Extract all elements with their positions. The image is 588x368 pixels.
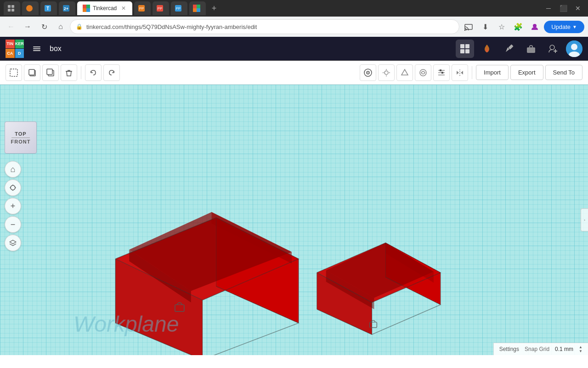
- shape-button[interactable]: [396, 64, 413, 81]
- back-button[interactable]: ←: [4, 19, 18, 34]
- reload-button[interactable]: ↻: [37, 19, 51, 34]
- home-view-button[interactable]: ⌂: [5, 161, 21, 178]
- view-cube-top: TOP: [15, 131, 26, 137]
- extension-button[interactable]: 🧩: [511, 19, 526, 34]
- fit-view-button[interactable]: [5, 179, 21, 196]
- svg-point-65: [11, 185, 15, 190]
- svg-rect-19: [193, 5, 197, 8]
- svg-point-25: [533, 24, 537, 28]
- zoom-in-button[interactable]: +: [5, 198, 21, 214]
- address-bar[interactable]: 🔒 tinkercad.com/things/5Q79DdNsASw-might…: [70, 19, 459, 34]
- nav-bar: ← → ↻ ⌂ 🔒 tinkercad.com/things/5Q79DdNsA…: [0, 17, 588, 37]
- delete-button[interactable]: [61, 64, 77, 81]
- undo-icon: [89, 69, 97, 77]
- export-button[interactable]: Export: [510, 65, 543, 80]
- browser-chrome: T 2+ Tinkercad ✕ PP PP PP: [0, 0, 588, 37]
- project-title: box: [50, 45, 450, 53]
- add-user-button[interactable]: [544, 40, 562, 58]
- tab9-icon: [193, 5, 200, 12]
- tab-close[interactable]: ✕: [121, 5, 126, 12]
- svg-point-49: [368, 72, 368, 73]
- download-button[interactable]: ⬇: [478, 19, 492, 34]
- snap-arrows[interactable]: ▲ ▼: [579, 345, 582, 353]
- view-cube-divider: [11, 138, 30, 138]
- svg-marker-63: [457, 71, 459, 75]
- tab-bar-minimize[interactable]: ─: [542, 2, 555, 15]
- svg-text:PP: PP: [176, 6, 181, 11]
- duplicate-button[interactable]: [42, 64, 59, 81]
- layers-button[interactable]: [5, 235, 21, 251]
- undo-button[interactable]: [85, 64, 102, 81]
- home-button[interactable]: ⌂: [53, 19, 68, 34]
- tab-8[interactable]: PP: [171, 1, 187, 15]
- svg-rect-61: [441, 72, 443, 74]
- copy-button[interactable]: [24, 64, 40, 81]
- forward-button[interactable]: →: [20, 19, 35, 34]
- snap-down-arrow: ▼: [579, 349, 582, 353]
- sendto-button[interactable]: Send To: [545, 65, 582, 80]
- user-avatar[interactable]: [566, 40, 582, 57]
- svg-rect-10: [86, 5, 90, 8]
- bookmark-button[interactable]: ☆: [494, 19, 509, 34]
- svg-rect-0: [8, 5, 11, 8]
- svg-rect-30: [465, 44, 469, 48]
- cast-button[interactable]: [461, 19, 476, 34]
- new-tab-button[interactable]: +: [208, 2, 220, 15]
- layers-icon: [9, 239, 17, 247]
- tab-4[interactable]: 2+: [59, 1, 75, 15]
- update-button[interactable]: Update ▼: [544, 21, 584, 33]
- logo-ca: CA: [6, 49, 15, 58]
- tab-tinkercad[interactable]: Tinkercad ✕: [77, 1, 132, 15]
- chevron-right-icon: ›: [584, 218, 585, 222]
- tab2-icon: [26, 5, 33, 12]
- fire-button[interactable]: [478, 40, 496, 58]
- svg-text:PP: PP: [139, 6, 144, 11]
- settings-button[interactable]: Settings: [499, 346, 519, 352]
- circuit-button[interactable]: [415, 64, 431, 81]
- tab-2[interactable]: [22, 1, 39, 15]
- svg-rect-31: [460, 49, 464, 53]
- tab-bar-expand[interactable]: ⬛: [557, 2, 570, 15]
- snap-grid-label: Snap Grid: [525, 346, 549, 352]
- redo-button[interactable]: [103, 64, 120, 81]
- profile-button[interactable]: [527, 19, 542, 34]
- zoom-out-button[interactable]: −: [5, 216, 21, 233]
- svg-rect-2: [8, 9, 11, 12]
- bottom-bar: Settings Snap Grid 0.1 mm ▲ ▼: [493, 343, 588, 355]
- svg-rect-29: [460, 44, 464, 48]
- grid-view-button[interactable]: [456, 40, 474, 58]
- svg-rect-12: [86, 8, 90, 12]
- menu-button[interactable]: [29, 41, 44, 56]
- snap-grid-value: 0.1 mm: [555, 346, 573, 352]
- light-button[interactable]: [378, 64, 395, 81]
- camera-button[interactable]: [360, 64, 376, 81]
- hamburger-icon: [32, 44, 41, 53]
- tab-1[interactable]: [4, 1, 20, 15]
- tinkercad-logo[interactable]: TIN KER CA D: [6, 40, 24, 58]
- align-button[interactable]: [433, 64, 450, 81]
- select-all-icon: [10, 69, 18, 77]
- tab-bar-close[interactable]: ✕: [571, 2, 584, 15]
- toolbar-sep-1: [81, 66, 81, 79]
- snap-up-arrow: ▲: [579, 345, 582, 349]
- tab-9[interactable]: [189, 1, 206, 15]
- svg-text:PP: PP: [158, 6, 163, 11]
- build-button[interactable]: [500, 40, 518, 58]
- briefcase-button[interactable]: [522, 40, 540, 58]
- tab-bar: T 2+ Tinkercad ✕ PP PP PP: [0, 0, 588, 17]
- tab-6[interactable]: PP: [134, 1, 151, 15]
- mirror-button[interactable]: [452, 64, 468, 81]
- tab6-icon: PP: [138, 5, 145, 12]
- light-icon: [382, 69, 390, 77]
- select-all-button[interactable]: [6, 64, 22, 81]
- header-tools: [456, 40, 582, 58]
- view-cube[interactable]: TOP FRONT: [5, 121, 37, 154]
- import-button[interactable]: Import: [476, 65, 509, 80]
- tab-7[interactable]: PP: [153, 1, 169, 15]
- right-panel-toggle[interactable]: ›: [581, 208, 588, 231]
- build-icon: [504, 44, 514, 54]
- tab1-icon: [7, 5, 15, 12]
- tab-3[interactable]: T: [40, 1, 57, 15]
- logo-tink: TIN: [6, 40, 15, 49]
- svg-text:T: T: [46, 6, 49, 11]
